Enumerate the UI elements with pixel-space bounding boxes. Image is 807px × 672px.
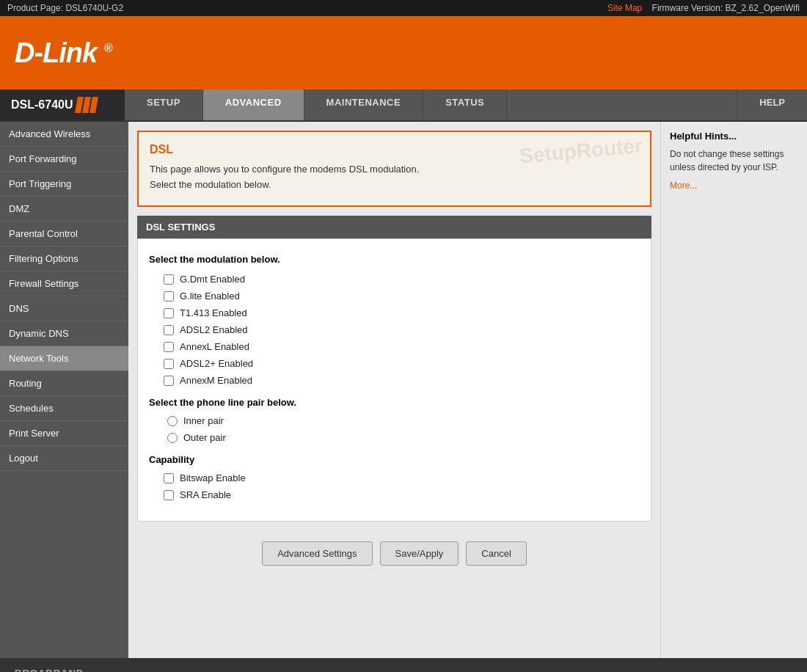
adsl2plus-label: ADSL2+ Enabled — [180, 358, 253, 369]
checkbox-annexm: AnnexM Enabled — [164, 375, 640, 386]
top-bar: Product Page: DSL6740U-G2 Site Map Firmw… — [0, 0, 807, 16]
sidebar: Advanced Wireless Port Forwarding Port T… — [0, 122, 128, 658]
sidebar-item-port-forwarding[interactable]: Port Forwarding — [0, 147, 128, 172]
sidebar-item-parental-control[interactable]: Parental Control — [0, 222, 128, 246]
sidebar-item-port-triggering[interactable]: Port Triggering — [0, 172, 128, 197]
logo: D-Link ® — [15, 37, 112, 69]
adsl2-checkbox[interactable] — [164, 325, 174, 335]
hints-text: Do not change these settings unless dire… — [670, 147, 798, 174]
adsl2-label: ADSL2 Enabled — [180, 324, 248, 335]
dsl-info-box: DSL This page allows you to configure th… — [137, 131, 651, 207]
save-apply-button[interactable]: Save/Apply — [380, 541, 459, 566]
radio-outer-pair: Outer pair — [167, 432, 640, 443]
dsl-title: DSL — [150, 143, 639, 156]
footer-text: BROADBAND — [15, 668, 84, 673]
sidebar-item-advanced-wireless[interactable]: Advanced Wireless — [0, 122, 128, 147]
bitswap-label: Bitswap Enable — [180, 472, 246, 483]
modulation-label: Select the modulation below. — [149, 254, 640, 265]
gdmt-label: G.Dmt Enabled — [180, 274, 245, 285]
bitswap-checkbox[interactable] — [164, 473, 174, 483]
tab-help[interactable]: HELP — [737, 90, 807, 120]
checkbox-sra: SRA Enable — [164, 489, 640, 500]
outer-pair-radio[interactable] — [167, 433, 178, 443]
content-area: DSL This page allows you to configure th… — [128, 122, 660, 658]
sra-checkbox[interactable] — [164, 490, 174, 500]
more-link[interactable]: More... — [670, 180, 697, 191]
annexl-label: AnnexL Enabled — [180, 341, 249, 352]
dsl-settings-section: DSL SETTINGS Select the modulation below… — [137, 216, 651, 522]
settings-body: Select the modulation below. G.Dmt Enabl… — [137, 238, 651, 522]
checkbox-bitswap: Bitswap Enable — [164, 472, 640, 483]
nav-tabs: DSL-6740U SETUP ADVANCED MAINTENANCE STA… — [0, 90, 807, 122]
brand-model: DSL-6740U — [0, 90, 125, 120]
sidebar-item-dynamic-dns[interactable]: Dynamic DNS — [0, 321, 128, 346]
main-layout: Advanced Wireless Port Forwarding Port T… — [0, 122, 807, 658]
sidebar-item-logout[interactable]: Logout — [0, 446, 128, 471]
t1413-label: T1.413 Enabled — [180, 307, 247, 318]
advanced-settings-button[interactable]: Advanced Settings — [262, 541, 372, 566]
glite-checkbox[interactable] — [164, 291, 174, 302]
inner-pair-label: Inner pair — [183, 415, 224, 426]
annexm-checkbox[interactable] — [164, 376, 174, 386]
logo-text: D-Link — [15, 37, 97, 68]
gdmt-checkbox[interactable] — [164, 274, 174, 285]
sidebar-item-routing[interactable]: Routing — [0, 371, 128, 396]
sidebar-item-firewall-settings[interactable]: Firewall Settings — [0, 271, 128, 296]
checkbox-adsl2: ADSL2 Enabled — [164, 324, 640, 335]
t1413-checkbox[interactable] — [164, 308, 174, 318]
glite-label: G.lite Enabled — [180, 291, 240, 302]
sidebar-item-schedules[interactable]: Schedules — [0, 396, 128, 421]
sidebar-item-dns[interactable]: DNS — [0, 296, 128, 321]
tab-status[interactable]: STATUS — [423, 90, 507, 120]
button-row: Advanced Settings Save/Apply Cancel — [128, 530, 660, 577]
dsl-line1: This page allows you to configure the mo… — [150, 164, 639, 175]
brand-stripes — [76, 97, 97, 113]
hints-title: Helpful Hints... — [670, 131, 798, 142]
phone-line-label: Select the phone line pair below. — [149, 397, 640, 408]
radio-inner-pair: Inner pair — [167, 415, 640, 426]
checkbox-t1413: T1.413 Enabled — [164, 307, 640, 318]
model-label: DSL-6740U — [11, 98, 73, 112]
checkbox-adsl2plus: ADSL2+ Enabled — [164, 358, 640, 369]
firmware-label: Firmware Version: BZ_2.62_OpenWifi — [652, 3, 800, 13]
inner-pair-radio[interactable] — [167, 416, 178, 426]
settings-header: DSL SETTINGS — [137, 216, 651, 238]
sidebar-item-print-server[interactable]: Print Server — [0, 421, 128, 446]
cancel-button[interactable]: Cancel — [466, 541, 526, 566]
header: D-Link ® — [0, 16, 807, 90]
sidebar-item-filtering-options[interactable]: Filtering Options — [0, 246, 128, 271]
tab-advanced[interactable]: ADVANCED — [203, 90, 304, 120]
checkbox-gdmt: G.Dmt Enabled — [164, 274, 640, 285]
sra-label: SRA Enable — [180, 489, 231, 500]
product-label: Product Page: DSL6740U-G2 — [7, 3, 123, 13]
dsl-line2: Select the modulation below. — [150, 179, 639, 190]
capability-label: Capability — [149, 454, 640, 465]
annexm-label: AnnexM Enabled — [180, 375, 252, 386]
outer-pair-label: Outer pair — [183, 432, 226, 443]
checkbox-glite: G.lite Enabled — [164, 291, 640, 302]
tab-setup[interactable]: SETUP — [125, 90, 203, 120]
annexl-checkbox[interactable] — [164, 342, 174, 352]
sidebar-item-dmz[interactable]: DMZ — [0, 197, 128, 222]
adsl2plus-checkbox[interactable] — [164, 359, 174, 369]
footer: BROADBAND — [0, 658, 807, 672]
sidebar-item-network-tools[interactable]: Network Tools — [0, 346, 128, 371]
tab-maintenance[interactable]: MAINTENANCE — [304, 90, 424, 120]
hints-panel: Helpful Hints... Do not change these set… — [660, 122, 807, 658]
sitemap-link[interactable]: Site Map — [607, 3, 642, 13]
checkbox-annexl: AnnexL Enabled — [164, 341, 640, 352]
